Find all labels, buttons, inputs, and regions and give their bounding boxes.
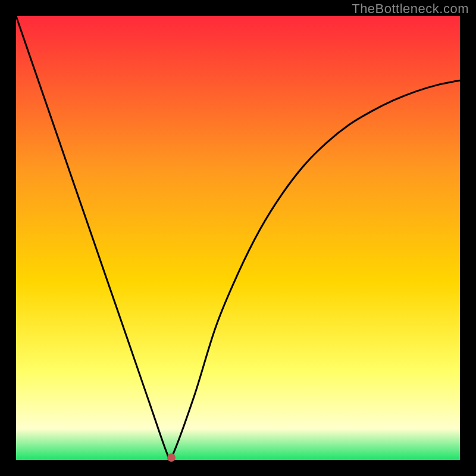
watermark-text: TheBottleneck.com <box>352 1 469 17</box>
bottleneck-curve <box>16 16 460 460</box>
chart-frame: TheBottleneck.com <box>0 0 476 476</box>
optimal-point-marker <box>167 453 176 462</box>
plot-area <box>16 16 460 460</box>
